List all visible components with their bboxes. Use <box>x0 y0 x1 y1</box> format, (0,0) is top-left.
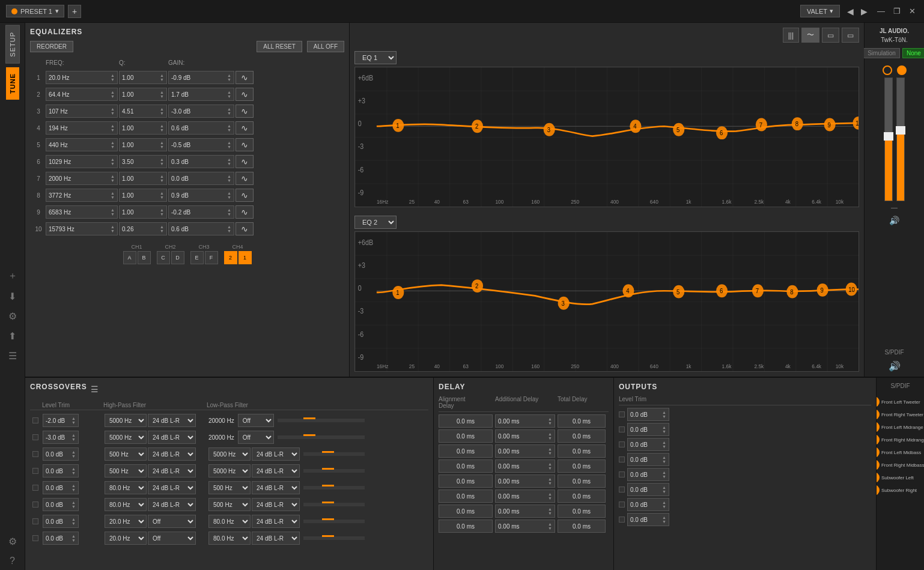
xo-hp-slope-3[interactable]: 24 dB L-R <box>148 447 196 461</box>
eq-gain-10[interactable]: 0.6 dB ▲▼ <box>168 222 234 235</box>
output-check-D[interactable] <box>619 456 625 462</box>
eq-wave-btn-9[interactable]: ∿ <box>236 205 254 219</box>
eq-wave-btn-6[interactable]: ∿ <box>236 155 254 168</box>
eq-freq-3[interactable]: 107 Hz ▲▼ <box>46 105 118 118</box>
eq-freq-9[interactable]: 6583 Hz ▲▼ <box>46 205 118 219</box>
eq-q-4[interactable]: 1.00 ▲▼ <box>119 121 167 135</box>
xo-hp-freq-1[interactable]: 5000 Hz <box>105 414 147 427</box>
eq-gain-9[interactable]: -0.2 dB ▲▼ <box>168 205 234 219</box>
delay-add-2[interactable]: 0.00 ms ▲▼ <box>495 429 555 443</box>
xo-lp-freq-8[interactable]: 80.0 Hz <box>208 532 251 545</box>
eq-q-8[interactable]: 1.00 ▲▼ <box>119 189 167 202</box>
xo-check-5[interactable] <box>32 485 38 491</box>
eq-gain-8[interactable]: 0.9 dB ▲▼ <box>168 189 234 202</box>
eq-gain-3[interactable]: -3.0 dB ▲▼ <box>168 105 234 118</box>
eq-gain-1[interactable]: -0.9 dB ▲▼ <box>168 71 234 84</box>
eq-freq-7[interactable]: 2000 Hz ▲▼ <box>46 172 118 185</box>
xo-level-3[interactable]: 0.0 dB ▲▼ <box>43 447 79 461</box>
xo-hp-slope-2[interactable]: 24 dB L-R <box>148 431 196 444</box>
xo-check-2[interactable] <box>32 434 38 440</box>
add-tab-button[interactable]: + <box>68 5 81 18</box>
ch2-c-btn[interactable]: C <box>157 251 170 264</box>
eq-gain-4[interactable]: 0.6 dB ▲▼ <box>168 121 234 135</box>
minimize-button[interactable]: — <box>875 5 887 17</box>
xo-hp-freq-2[interactable]: 5000 Hz <box>105 431 147 444</box>
sidebar-upload-icon[interactable]: ⬆ <box>0 327 25 345</box>
xo-lp-slope-8[interactable]: 24 dB L-R <box>252 532 300 545</box>
output-level-H[interactable]: 0.0 dB ▲▼ <box>627 513 669 526</box>
xo-check-1[interactable] <box>32 417 38 423</box>
preset-button[interactable]: PRESET 1 ▾ <box>6 5 64 17</box>
output-check-B[interactable] <box>619 426 625 432</box>
all-off-button[interactable]: ALL OFF <box>307 41 344 52</box>
xo-lp-freq-3[interactable]: 5000 Hz <box>208 447 251 461</box>
eq-wave-btn-5[interactable]: ∿ <box>236 138 254 151</box>
eq-freq-8[interactable]: 3772 Hz ▲▼ <box>46 189 118 202</box>
xo-lp-freq-6[interactable]: 500 Hz <box>208 498 251 511</box>
xo-hp-freq-6[interactable]: 80.0 Hz <box>105 498 147 511</box>
xo-hp-slope-7[interactable]: Off <box>148 515 196 528</box>
eq-freq-1[interactable]: 20.0 Hz ▲▼ <box>46 71 118 84</box>
fader-track-right[interactable] <box>896 77 905 201</box>
xo-hp-freq-8[interactable]: 20.0 Hz <box>105 532 147 545</box>
all-reset-button[interactable]: ALL RESET <box>257 41 302 52</box>
output-check-G[interactable] <box>619 502 625 508</box>
xo-check-4[interactable] <box>32 468 38 474</box>
eq-gain-7[interactable]: 0.0 dB ▲▼ <box>168 172 234 185</box>
radio-right[interactable] <box>897 65 907 75</box>
sidebar-add-icon[interactable]: ＋ <box>0 266 25 286</box>
xo-level-2[interactable]: -3.0 dB ▲▼ <box>43 431 79 444</box>
xo-level-4[interactable]: 0.0 dB ▲▼ <box>43 464 79 478</box>
xo-lp-slope-7[interactable]: 24 dB L-R <box>252 515 300 528</box>
eq1-select[interactable]: EQ 1 EQ 2 <box>354 51 397 64</box>
output-level-B[interactable]: 0.0 dB ▲▼ <box>627 423 669 436</box>
eq-q-10[interactable]: 0.26 ▲▼ <box>119 222 167 235</box>
radio-left[interactable] <box>883 65 892 75</box>
xo-check-6[interactable] <box>32 502 38 508</box>
output-check-F[interactable] <box>619 487 625 493</box>
eq-q-6[interactable]: 3.50 ▲▼ <box>119 155 167 168</box>
xo-lp-slope-5[interactable]: 24 dB L-R <box>252 481 300 494</box>
eq-freq-2[interactable]: 64.4 Hz ▲▼ <box>46 88 118 101</box>
xo-hp-freq-7[interactable]: 20.0 Hz <box>105 515 147 528</box>
delay-add-3[interactable]: 0.00 ms ▲▼ <box>495 444 555 458</box>
eq-wave-btn-2[interactable]: ∿ <box>236 88 254 101</box>
reorder-button[interactable]: REORDER <box>30 41 73 52</box>
xo-hp-slope-5[interactable]: 24 dB L-R <box>148 481 196 494</box>
ch4-2-btn[interactable]: 2 <box>224 251 237 264</box>
sidebar-gear-icon[interactable]: ⚙ <box>0 532 25 551</box>
eq-q-3[interactable]: 4.51 ▲▼ <box>119 105 167 118</box>
delay-add-8[interactable]: 0.00 ms ▲▼ <box>495 520 555 533</box>
xo-check-3[interactable] <box>32 451 38 457</box>
simulation-button[interactable]: Simulation <box>863 48 900 58</box>
delay-add-6[interactable]: 0.00 ms ▲▼ <box>495 490 555 503</box>
eq-q-1[interactable]: 1.00 ▲▼ <box>119 71 167 84</box>
eq-rect1-tool[interactable]: ▭ <box>822 28 839 43</box>
xo-check-8[interactable] <box>32 535 38 541</box>
restore-button[interactable]: ❐ <box>891 5 903 17</box>
output-level-A[interactable]: 0.0 dB ▲▼ <box>627 408 669 421</box>
ch1-a-btn[interactable]: A <box>123 251 136 264</box>
eq-wave-btn-1[interactable]: ∿ <box>236 71 254 84</box>
xo-lp-freq-4[interactable]: 5000 Hz <box>208 464 251 478</box>
eq-wave-btn-8[interactable]: ∿ <box>236 189 254 202</box>
eq-freq-10[interactable]: 15793 Hz ▲▼ <box>46 222 118 235</box>
xo-hp-slope-8[interactable]: Off <box>148 532 196 545</box>
ch2-d-btn[interactable]: D <box>171 251 184 264</box>
ch1-b-btn[interactable]: B <box>138 251 151 264</box>
xo-hp-slope-4[interactable]: 24 dB L-R <box>148 464 196 478</box>
delay-add-7[interactable]: 0.00 ms ▲▼ <box>495 505 555 518</box>
xo-level-1[interactable]: -2.0 dB ▲▼ <box>43 414 79 427</box>
eq-freq-6[interactable]: 1029 Hz ▲▼ <box>46 155 118 168</box>
setup-tab[interactable]: SETUP <box>5 25 20 64</box>
output-check-A[interactable] <box>619 411 625 417</box>
output-check-E[interactable] <box>619 471 625 478</box>
eq-wave-btn-4[interactable]: ∿ <box>236 121 254 135</box>
tune-tab[interactable]: TUNE <box>6 67 19 100</box>
eq-q-9[interactable]: 1.00 ▲▼ <box>119 205 167 219</box>
sidebar-download-icon[interactable]: ⬇ <box>0 287 25 306</box>
xo-level-7[interactable]: 0.0 dB ▲▼ <box>43 515 79 528</box>
crossovers-menu-icon[interactable]: ☰ <box>91 384 99 394</box>
xo-hp-slope-1[interactable]: 24 dB L-R <box>148 414 196 427</box>
eq-q-5[interactable]: 1.00 ▲▼ <box>119 138 167 151</box>
